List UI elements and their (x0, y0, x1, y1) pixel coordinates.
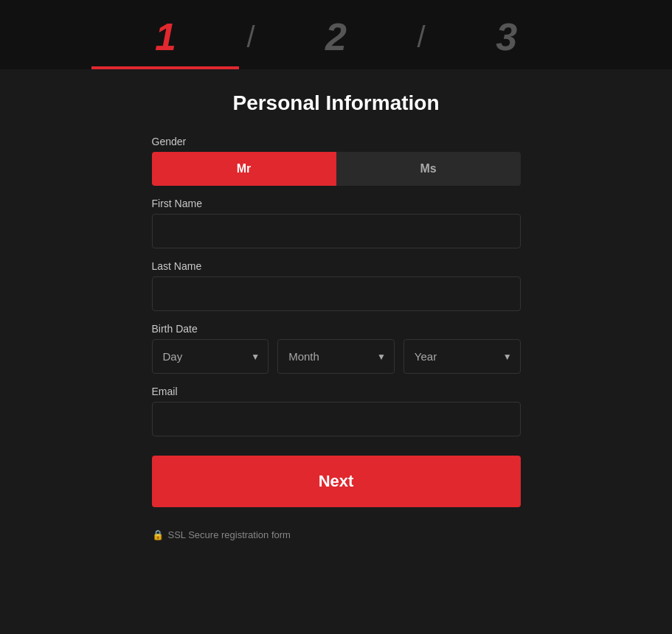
gender-mr-button[interactable]: Mr (152, 152, 336, 186)
step-2-number: 2 (325, 15, 347, 66)
email-field: Email (152, 386, 521, 436)
gender-field: Gender Mr Ms (152, 136, 521, 186)
gender-ms-button[interactable]: Ms (336, 152, 521, 186)
ssl-text: SSL Secure registration form (168, 529, 291, 540)
step-divider-2: / (418, 21, 426, 64)
ssl-notice: 🔒 SSL Secure registration form (152, 529, 521, 540)
step-header: 1 / 2 / 3 (0, 0, 672, 69)
year-select[interactable]: Year 20062005 20001999 19901980 19701960… (403, 339, 521, 374)
main-content: Personal Information Gender Mr Ms First … (0, 69, 672, 555)
step-2: 2 (263, 15, 410, 69)
last-name-label: Last Name (152, 260, 521, 272)
birth-date-row: Day 123 456 789 101112 131415 161718 192… (152, 339, 521, 374)
month-wrapper: Month JanuaryFebruary MarchApril MayJune… (277, 339, 395, 374)
lock-icon: 🔒 (152, 529, 164, 540)
email-input[interactable] (152, 402, 521, 436)
birth-date-label: Birth Date (152, 323, 521, 335)
first-name-field: First Name (152, 198, 521, 248)
day-wrapper: Day 123 456 789 101112 131415 161718 192… (152, 339, 269, 374)
first-name-input[interactable] (152, 214, 521, 248)
first-name-label: First Name (152, 198, 521, 209)
form-container: Gender Mr Ms First Name Last Name Birth … (152, 136, 521, 540)
next-button[interactable]: Next (152, 456, 521, 507)
gender-toggle: Mr Ms (152, 152, 521, 186)
step-divider-1: / (246, 21, 254, 64)
year-wrapper: Year 20062005 20001999 19901980 19701960… (403, 339, 521, 374)
step-1-number: 1 (155, 15, 176, 66)
step-1: 1 (91, 15, 239, 69)
last-name-input[interactable] (152, 276, 521, 311)
gender-label: Gender (152, 136, 521, 147)
email-label: Email (152, 386, 521, 397)
day-select[interactable]: Day 123 456 789 101112 131415 161718 192… (152, 339, 269, 374)
step-3-number: 3 (496, 15, 517, 66)
page-title: Personal Information (232, 91, 439, 115)
last-name-field: Last Name (152, 260, 521, 311)
month-select[interactable]: Month JanuaryFebruary MarchApril MayJune… (277, 339, 395, 374)
birth-date-field: Birth Date Day 123 456 789 101112 131415… (152, 323, 521, 374)
step-3: 3 (433, 15, 581, 69)
